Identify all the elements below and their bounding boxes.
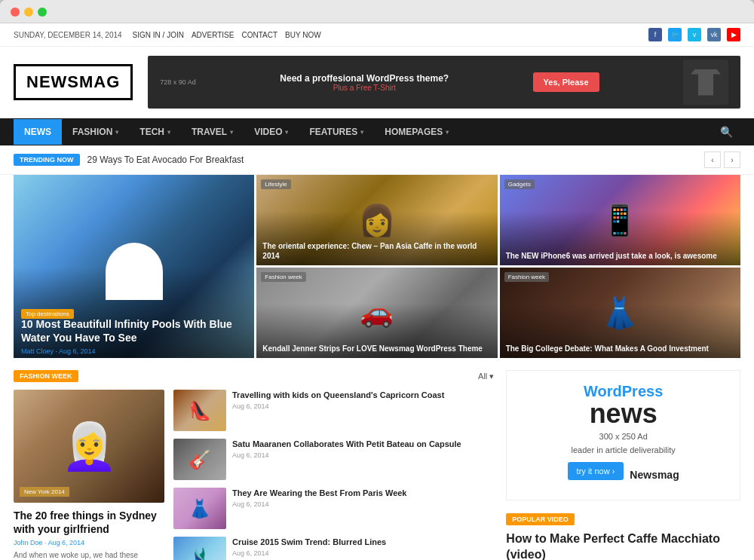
- browser-window: SUNDAY, DECEMBER 14, 2014 SIGN IN / JOIN…: [0, 0, 754, 560]
- fashion-main-meta: John Doe · Aug 6, 2014: [14, 539, 164, 546]
- fashion-main-article[interactable]: New York 2014 The 20 free things in Sydn…: [14, 390, 164, 560]
- list-item[interactable]: Satu Maaranen Collaborates With Petit Ba…: [173, 439, 494, 480]
- fashion-main-title: The 20 free things in Sydney with your g…: [14, 509, 164, 536]
- browser-dots: [11, 8, 47, 17]
- fashion-location-badge: New York 2014: [20, 487, 69, 497]
- hero-main-article[interactable]: Top destinations 10 Most Beautifull Infi…: [14, 175, 254, 358]
- nav-tech-label: TECH: [139, 127, 164, 137]
- grid-item-gadgets[interactable]: Gadgets The NEW iPhone6 was arrived just…: [500, 175, 740, 265]
- close-button[interactable]: [11, 8, 20, 17]
- trending-text: 29 Ways To Eat Avocado For Breakfast: [87, 155, 697, 165]
- signin-link[interactable]: SIGN IN / JOIN: [133, 31, 184, 39]
- grid-item-car[interactable]: Fashion week Kendall Jenner Strips For L…: [256, 268, 497, 358]
- sidebar-ad-size: 300 x 250 Ad: [519, 432, 728, 441]
- logo[interactable]: NEWSMAG: [14, 64, 133, 100]
- grid-item-fashion[interactable]: Fashion week The Big College Debate: Wha…: [500, 268, 740, 358]
- chevron-down-icon: ▾: [360, 129, 363, 136]
- article-info-4: Cruise 2015 Swim Trend: Blurred Lines Au…: [232, 537, 386, 557]
- fashion-week-section: FASHION WEEK All ▾ New York 2014 The 2: [14, 370, 494, 560]
- sidebar-ad-desc: leader in article deliverability: [519, 445, 728, 454]
- ad-size-label: 728 x 90 Ad: [160, 78, 196, 86]
- nav-item-fashion[interactable]: FASHION ▾: [62, 119, 129, 145]
- trending-bar: TRENDING NOW 29 Ways To Eat Avocado For …: [0, 145, 754, 175]
- fashion-date: Aug 6, 2014: [48, 539, 85, 546]
- article-info-2: Satu Maaranen Collaborates With Petit Ba…: [232, 439, 461, 459]
- browser-body: SUNDAY, DECEMBER 14, 2014 SIGN IN / JOIN…: [0, 23, 754, 560]
- trending-badge: TRENDING NOW: [14, 154, 80, 166]
- vimeo-icon[interactable]: v: [688, 28, 701, 41]
- nav-item-tech[interactable]: TECH ▾: [129, 119, 181, 145]
- fashion-content: New York 2014 The 20 free things in Sydn…: [14, 390, 494, 560]
- fashion-main-image: New York 2014: [14, 390, 164, 503]
- section-row: FASHION WEEK All ▾ New York 2014 The 2: [14, 370, 740, 560]
- main-content: Top destinations 10 Most Beautifull Infi…: [0, 175, 754, 560]
- list-item[interactable]: Cruise 2015 Swim Trend: Blurred Lines Au…: [173, 537, 494, 560]
- hero-meta: Matt Cloey · Aug 6, 2014: [21, 347, 96, 355]
- grid-item-lifestyle[interactable]: Lifestyle The oriental experience: Chew …: [256, 175, 497, 265]
- sidebar-ad-subtitle: news: [519, 400, 728, 427]
- article-thumbnail-2: [173, 439, 226, 480]
- nav-item-video[interactable]: VIDEO ▾: [244, 119, 299, 145]
- fashion-main-excerpt: And when we woke up, we had these bodies…: [14, 550, 164, 560]
- buynow-link[interactable]: BUY NOW: [285, 31, 321, 39]
- car-title: Kendall Jenner Strips For LOVE Newsmag W…: [262, 344, 491, 353]
- social-links: f 🐦 v vk ▶: [648, 28, 740, 41]
- grid-info-lifestyle: The oriental experience: Chew – Pan Asia…: [262, 241, 491, 261]
- list-item[interactable]: They Are Wearing the Best From Paris Wee…: [173, 488, 494, 529]
- article-date-1: Aug 6, 2014: [232, 402, 444, 410]
- fashion-week-badge: FASHION WEEK: [14, 370, 78, 382]
- fashion-title: The Big College Debate: What Makes A Goo…: [506, 344, 734, 353]
- twitter-icon[interactable]: 🐦: [668, 28, 682, 41]
- gadgets-title: The NEW iPhone6 was arrived just take a …: [506, 251, 734, 261]
- trending-next-button[interactable]: ›: [724, 151, 740, 168]
- search-icon[interactable]: 🔍: [713, 118, 740, 145]
- minimize-button[interactable]: [24, 8, 33, 17]
- trending-navigation: ‹ ›: [704, 151, 740, 168]
- article-title-2: Satu Maaranen Collaborates With Petit Ba…: [232, 439, 461, 449]
- lifestyle-title: The oriental experience: Chew – Pan Asia…: [262, 241, 491, 261]
- section-header: FASHION WEEK All ▾: [14, 370, 494, 382]
- nav-fashion-label: FASHION: [72, 127, 112, 137]
- fashion-author: John Doe: [14, 539, 43, 546]
- date-label: SUNDAY, DECEMBER 14, 2014: [14, 31, 122, 39]
- chevron-down-icon: ▾: [230, 129, 233, 136]
- try-it-now-button[interactable]: try it now ›: [568, 462, 624, 480]
- facebook-icon[interactable]: f: [648, 28, 662, 41]
- hero-date: Aug 6, 2014: [59, 347, 96, 355]
- ad-cta-button[interactable]: Yes, Please: [533, 72, 599, 92]
- gadgets-tag: Gadgets: [504, 179, 535, 189]
- grid-info-gadgets: The NEW iPhone6 was arrived just take a …: [506, 251, 734, 261]
- vk-icon[interactable]: vk: [707, 28, 721, 41]
- ad-headline: Need a proffesional WordPress theme?: [280, 73, 449, 84]
- browser-chrome: [0, 0, 754, 23]
- nav-homepages-label: HOMEPAGES: [385, 127, 443, 137]
- contact-link[interactable]: CONTACT: [241, 31, 277, 39]
- nav-item-travel[interactable]: TRAVEL ▾: [181, 119, 244, 145]
- section-all-link[interactable]: All ▾: [478, 372, 494, 381]
- dropdown-icon: ▾: [489, 372, 494, 381]
- sidebar-ad-brand: Newsmag: [630, 469, 679, 481]
- advertise-link[interactable]: ADVERTISE: [192, 31, 234, 39]
- nav-item-features[interactable]: FEATURES ▾: [299, 119, 374, 145]
- fashion-tag: Fashion week: [504, 272, 549, 282]
- tshirt-icon: [691, 69, 721, 96]
- maximize-button[interactable]: [38, 8, 47, 17]
- grid-info-car: Kendall Jenner Strips For LOVE Newsmag W…: [262, 344, 491, 353]
- article-title-3: They Are Wearing the Best From Paris Wee…: [232, 488, 406, 498]
- trending-prev-button[interactable]: ‹: [704, 151, 721, 168]
- hero-author: Matt Cloey: [21, 347, 54, 355]
- youtube-icon[interactable]: ▶: [727, 28, 740, 41]
- article-info-1: Travelling with kids on Queensland's Cap…: [232, 390, 444, 410]
- nav-item-homepages[interactable]: HOMEPAGES ▾: [374, 119, 459, 145]
- header-ad-banner[interactable]: 728 x 90 Ad Need a proffesional WordPres…: [148, 56, 740, 109]
- article-thumbnail-4: [173, 537, 226, 560]
- nav-item-news[interactable]: NEWS: [14, 119, 62, 145]
- nav-bar: NEWS FASHION ▾ TECH ▾ TRAVEL ▾ VIDEO ▾ F…: [0, 118, 754, 145]
- list-item[interactable]: Travelling with kids on Queensland's Cap…: [173, 390, 494, 431]
- car-tag: Fashion week: [261, 272, 305, 282]
- popular-video-title[interactable]: How to Make Perfect Caffe Macchiato (vid…: [506, 531, 740, 560]
- ad-tshirt-image: [683, 60, 728, 105]
- hero-title: 10 Most Beautifull Infinity Pools With B…: [21, 317, 247, 344]
- popular-video-badge: POPULAR VIDEO: [506, 513, 575, 525]
- chevron-down-icon: ▾: [115, 129, 118, 136]
